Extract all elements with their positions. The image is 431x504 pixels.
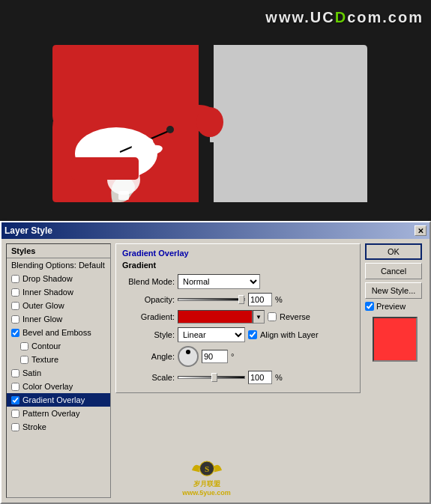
bevel-emboss-label: Bevel and Emboss	[22, 328, 91, 337]
new-style-button[interactable]: New Style...	[365, 282, 422, 299]
ok-button[interactable]: OK	[365, 243, 422, 260]
dialog-title: Layer Style	[4, 225, 52, 236]
blend-mode-label: Blend Mode:	[122, 277, 175, 286]
gradient-overlay-section: Gradient Overlay Gradient Blend Mode: No…	[115, 243, 361, 393]
contour-label: Contour	[31, 341, 61, 350]
preview-box	[373, 317, 418, 362]
color-overlay-checkbox[interactable]	[11, 383, 19, 391]
gradient-label: Gradient:	[122, 312, 175, 321]
angle-label: Angle:	[122, 352, 175, 361]
watermark-prefix: www.	[265, 9, 310, 25]
stroke-label: Stroke	[22, 422, 46, 431]
reverse-checkbox[interactable]	[268, 312, 277, 321]
angle-dial[interactable]	[178, 346, 199, 367]
style-item-inner-glow[interactable]: Inner Glow	[7, 312, 110, 326]
satin-label: Satin	[22, 368, 41, 377]
reverse-label: Reverse	[280, 312, 310, 321]
style-item-bevel-emboss[interactable]: Bevel and Emboss	[7, 326, 110, 339]
blending-label: Blending Options: Default	[11, 261, 105, 270]
align-layer-label: Align with Layer	[260, 330, 319, 339]
watermark-d: D	[335, 9, 347, 25]
scale-label: Scale:	[122, 373, 175, 382]
svg-text:S: S	[204, 464, 208, 473]
style-row: Style: Linear Radial Angle Reflected Dia…	[122, 327, 354, 342]
style-item-inner-shadow[interactable]: Inner Shadow	[7, 285, 110, 299]
drop-shadow-checkbox[interactable]	[11, 275, 19, 283]
preview-label: Preview	[376, 302, 406, 311]
angle-row: Angle: °	[122, 346, 354, 367]
styles-header: Styles	[7, 244, 110, 258]
style-item-blending[interactable]: Blending Options: Default	[7, 258, 110, 272]
puzzle-graphic	[49, 41, 371, 206]
gradient-dropdown[interactable]: ▼	[178, 310, 265, 324]
bevel-emboss-checkbox[interactable]	[11, 329, 19, 337]
dialog-titlebar: Layer Style ✕	[1, 222, 430, 239]
preview-checkbox[interactable]	[365, 302, 374, 311]
opacity-row: Opacity: %	[122, 293, 354, 306]
inner-glow-checkbox[interactable]	[11, 315, 19, 324]
watermark-suffix: com.com	[347, 9, 424, 25]
inner-shadow-label: Inner Shadow	[22, 288, 73, 297]
gradient-swatch[interactable]	[178, 310, 253, 324]
bottom-logo: S 岁月联盟www.5yue.com	[0, 455, 421, 497]
outer-glow-checkbox[interactable]	[11, 302, 19, 310]
preview-row: Preview	[365, 302, 425, 311]
watermark-c: C	[322, 9, 334, 25]
svg-point-8	[166, 126, 174, 133]
drop-shadow-label: Drop Shadow	[22, 274, 73, 283]
svg-rect-4	[118, 191, 129, 200]
outer-glow-label: Outer Glow	[22, 301, 64, 310]
texture-checkbox[interactable]	[20, 356, 28, 364]
cancel-button[interactable]: Cancel	[365, 263, 422, 279]
logo-icon: S	[184, 455, 229, 479]
style-item-texture[interactable]: Texture	[7, 353, 110, 366]
style-item-contour[interactable]: Contour	[7, 339, 110, 353]
pattern-overlay-checkbox[interactable]	[11, 410, 19, 418]
blend-mode-row: Blend Mode: Normal Multiply Screen Overl…	[122, 274, 354, 289]
gradient-overlay-label: Gradient Overlay	[22, 395, 85, 404]
contour-checkbox[interactable]	[20, 342, 28, 350]
texture-label: Texture	[31, 355, 58, 364]
opacity-input[interactable]	[248, 293, 272, 306]
gradient-sub-title: Gradient	[122, 261, 354, 270]
scale-pct: %	[275, 373, 283, 382]
color-overlay-label: Color Overlay	[22, 382, 73, 391]
watermark: www.UCDcom.com	[265, 9, 424, 26]
gradient-overlay-checkbox[interactable]	[11, 396, 19, 404]
gradient-arrow[interactable]: ▼	[253, 310, 265, 324]
pattern-overlay-label: Pattern Overlay	[22, 409, 79, 418]
opacity-pct: %	[275, 295, 283, 304]
style-select[interactable]: Linear Radial Angle Reflected Diamond	[178, 327, 245, 342]
svg-point-2	[196, 107, 223, 137]
opacity-slider[interactable]	[178, 298, 245, 301]
align-layer-checkbox[interactable]	[248, 330, 257, 339]
logo-text: 岁月联盟www.5yue.com	[182, 479, 231, 497]
opacity-label: Opacity:	[122, 295, 175, 304]
style-label: Style:	[122, 330, 175, 339]
inner-glow-label: Inner Glow	[22, 315, 62, 324]
svg-rect-6	[71, 157, 139, 180]
style-item-color-overlay[interactable]: Color Overlay	[7, 380, 110, 393]
style-item-pattern-overlay[interactable]: Pattern Overlay	[7, 407, 110, 420]
layer-style-dialog: Layer Style ✕ Styles Blending Options: D…	[0, 221, 431, 504]
style-item-gradient-overlay[interactable]: Gradient Overlay	[7, 393, 110, 407]
style-item-drop-shadow[interactable]: Drop Shadow	[7, 272, 110, 285]
angle-indicator	[186, 350, 190, 354]
scale-slider[interactable]	[178, 376, 245, 379]
angle-deg: °	[231, 352, 234, 361]
opacity-thumb[interactable]	[238, 295, 244, 304]
style-item-outer-glow[interactable]: Outer Glow	[7, 299, 110, 312]
blend-mode-select[interactable]: Normal Multiply Screen Overlay	[178, 274, 260, 289]
dialog-close-button[interactable]: ✕	[415, 225, 427, 236]
scale-thumb[interactable]	[211, 373, 217, 382]
style-item-stroke[interactable]: Stroke	[7, 420, 110, 434]
satin-checkbox[interactable]	[11, 369, 19, 377]
stroke-checkbox[interactable]	[11, 423, 19, 431]
right-panel: OK Cancel New Style... Preview S	[365, 243, 425, 498]
angle-input[interactable]	[202, 350, 228, 363]
top-image-area: www.UCDcom.com	[0, 0, 431, 217]
gradient-overlay-title: Gradient Overlay	[122, 249, 354, 258]
inner-shadow-checkbox[interactable]	[11, 288, 19, 297]
scale-input[interactable]	[248, 371, 272, 384]
style-item-satin[interactable]: Satin	[7, 366, 110, 380]
